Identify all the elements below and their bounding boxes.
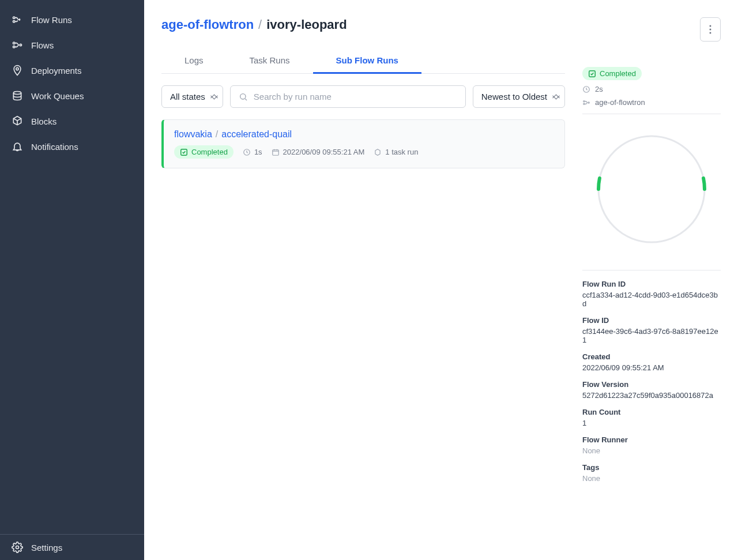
blocks-icon xyxy=(12,115,23,127)
task-count-meta: 1 task run xyxy=(374,148,418,156)
detail-value: 2022/06/09 09:55:21 AM xyxy=(582,363,721,372)
svg-point-7 xyxy=(16,546,19,549)
summary: Completed 2s age-of-flowtron xyxy=(582,53,721,483)
svg-point-13 xyxy=(710,29,711,31)
status-badge: Completed xyxy=(174,145,234,159)
search-box[interactable] xyxy=(230,85,466,108)
more-button[interactable] xyxy=(700,17,721,42)
work-queues-icon xyxy=(12,90,23,102)
svg-point-18 xyxy=(583,103,585,104)
duration-meta: 1s xyxy=(243,148,262,156)
check-icon xyxy=(180,148,188,156)
details: Flow Run IDccf1a334-ad12-4cdd-9d03-e1d65… xyxy=(582,280,721,483)
detail-item: Flow IDcf3144ee-39c6-4ad3-97c6-8a8197ee1… xyxy=(582,316,721,344)
main: age-of-flowtron / ivory-leopard Logs Tas… xyxy=(144,0,738,560)
detail-item: Flow Run IDccf1a334-ad12-4cdd-9d03-e1d65… xyxy=(582,280,721,308)
detail-label: Created xyxy=(582,352,721,361)
duration-text: 2s xyxy=(595,85,603,93)
summary-status: Completed xyxy=(582,67,721,80)
sidebar: Flow Runs Flows Deployments Work Queues xyxy=(0,0,144,560)
donut-chart xyxy=(582,131,721,247)
clock-icon xyxy=(582,85,590,93)
search-input[interactable] xyxy=(254,92,457,102)
content: age-of-flowtron / ivory-leopard Logs Tas… xyxy=(144,0,577,560)
tab-task-runs[interactable]: Task Runs xyxy=(227,48,313,73)
divider xyxy=(582,114,721,114)
breadcrumb-run-name: ivory-leopard xyxy=(266,17,347,32)
detail-value: None xyxy=(582,474,721,483)
run-card-title: flowvakia / accelerated-quail xyxy=(174,129,554,140)
detail-label: Run Count xyxy=(582,408,721,416)
notifications-icon xyxy=(12,141,23,152)
sidebar-item-work-queues[interactable]: Work Queues xyxy=(0,83,144,108)
sidebar-item-notifications[interactable]: Notifications xyxy=(0,134,144,159)
sidebar-item-label: Work Queues xyxy=(31,91,84,101)
breadcrumb-flow-link[interactable]: age-of-flowtron xyxy=(161,17,254,32)
sidebar-item-label: Blocks xyxy=(31,116,57,126)
task-count-text: 1 task run xyxy=(385,148,418,156)
run-card-meta: Completed 1s 2022/06/09 09:55:21 AM xyxy=(174,145,554,159)
detail-label: Flow ID xyxy=(582,316,721,325)
svg-point-4 xyxy=(20,44,21,46)
svg-point-2 xyxy=(13,42,15,44)
svg-point-19 xyxy=(588,102,589,103)
sidebar-item-label: Flows xyxy=(31,40,54,50)
breadcrumb-divider: / xyxy=(258,17,262,32)
svg-point-5 xyxy=(16,67,18,70)
detail-value: 5272d61223a27c59f0a935a00016872a xyxy=(582,391,721,400)
run-card-divider: / xyxy=(216,129,218,140)
clock-icon xyxy=(243,148,251,156)
detail-item: Created2022/06/09 09:55:21 AM xyxy=(582,352,721,372)
sidebar-item-flows[interactable]: Flows xyxy=(0,32,144,58)
svg-point-17 xyxy=(583,100,585,102)
flow-name-text: age-of-flowtron xyxy=(595,98,645,107)
sidebar-item-settings[interactable]: Settings xyxy=(0,535,144,560)
svg-point-1 xyxy=(13,21,15,22)
calendar-icon xyxy=(272,148,280,156)
tab-sub-flow-runs[interactable]: Sub Flow Runs xyxy=(313,48,421,74)
tab-logs[interactable]: Logs xyxy=(161,48,227,73)
dots-vertical-icon xyxy=(709,25,711,34)
svg-point-0 xyxy=(13,17,15,18)
status-badge: Completed xyxy=(582,67,642,80)
breadcrumb: age-of-flowtron / ivory-leopard xyxy=(161,17,565,32)
svg-point-6 xyxy=(13,92,21,95)
sidebar-item-label: Deployments xyxy=(31,66,82,76)
duration-text: 1s xyxy=(254,148,262,156)
hexagon-icon xyxy=(374,148,382,156)
settings-icon xyxy=(12,542,23,553)
sidebar-item-label: Flow Runs xyxy=(31,15,72,25)
detail-item: TagsNone xyxy=(582,463,721,483)
state-filter-select[interactable]: All states xyxy=(161,85,223,108)
detail-label: Flow Runner xyxy=(582,435,721,444)
sidebar-item-label: Notifications xyxy=(31,142,78,152)
sidebar-item-deployments[interactable]: Deployments xyxy=(0,58,144,83)
svg-rect-11 xyxy=(272,149,278,155)
detail-value: None xyxy=(582,446,721,455)
tabs: Logs Task Runs Sub Flow Runs xyxy=(161,48,565,74)
svg-point-14 xyxy=(710,32,711,34)
flows-icon xyxy=(582,99,590,107)
status-text: Completed xyxy=(191,148,228,156)
detail-item: Flow Version5272d61223a27c59f0a935a00016… xyxy=(582,380,721,400)
summary-flow-name: age-of-flowtron xyxy=(582,98,721,107)
detail-value: ccf1a334-ad12-4cdd-9d03-e1d654dce3bd xyxy=(582,291,721,308)
svg-point-12 xyxy=(710,25,711,27)
sort-select[interactable]: Newest to Oldest xyxy=(473,85,565,108)
sidebar-item-label: Settings xyxy=(31,543,62,553)
svg-point-3 xyxy=(13,46,15,48)
run-card-flow-link[interactable]: flowvakia xyxy=(174,129,212,140)
detail-item: Flow RunnerNone xyxy=(582,435,721,455)
sidebar-item-blocks[interactable]: Blocks xyxy=(0,108,144,134)
check-icon xyxy=(588,70,596,78)
nav-footer: Settings xyxy=(0,534,144,560)
timestamp-text: 2022/06/09 09:55:21 AM xyxy=(283,148,365,156)
flows-icon xyxy=(12,39,23,51)
sub-flow-run-card[interactable]: flowvakia / accelerated-quail Completed xyxy=(161,119,565,168)
svg-point-8 xyxy=(240,93,246,99)
right-panel: Completed 2s age-of-flowtron xyxy=(577,0,738,560)
sidebar-item-flow-runs[interactable]: Flow Runs xyxy=(0,7,144,32)
detail-value: 1 xyxy=(582,419,721,427)
search-icon xyxy=(239,92,248,102)
run-card-name-link[interactable]: accelerated-quail xyxy=(221,129,292,140)
